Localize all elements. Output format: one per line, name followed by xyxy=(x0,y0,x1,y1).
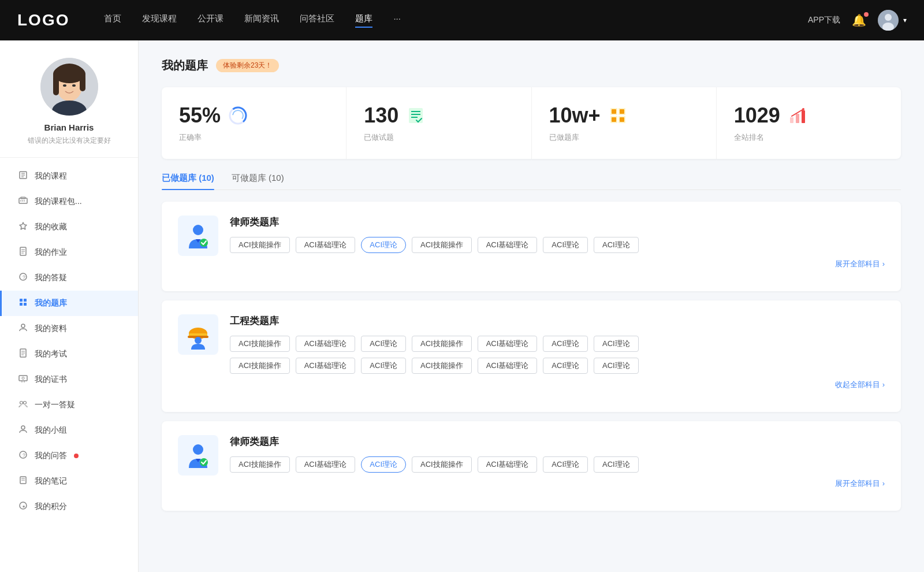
avatar-chevron: ▾ xyxy=(903,16,907,24)
sidebar-item-course-package[interactable]: 我的课程包... xyxy=(0,189,138,214)
sidebar-item-favorites[interactable]: 我的收藏 xyxy=(0,214,138,240)
tag-lawyer-2-6[interactable]: ACI理论 xyxy=(594,456,639,473)
profile-avatar xyxy=(40,58,98,116)
course-package-icon xyxy=(17,196,29,207)
tag-lawyer-2-0[interactable]: ACI技能操作 xyxy=(230,456,290,473)
svg-rect-65 xyxy=(620,117,624,122)
sidebar-item-my-qa[interactable]: ? 我的问答 xyxy=(0,443,138,469)
sidebar-item-my-courses[interactable]: 我的课程 xyxy=(0,164,138,189)
tag-eng-2-3[interactable]: ACI技能操作 xyxy=(412,358,472,374)
sidebar-item-certificate[interactable]: 我的证书 xyxy=(0,367,138,392)
app-download-button[interactable]: APP下载 xyxy=(808,15,840,25)
svg-rect-67 xyxy=(796,114,799,123)
nav-news[interactable]: 新闻资讯 xyxy=(244,13,279,28)
tag-lawyer-2-1[interactable]: ACI基础理论 xyxy=(296,456,356,473)
svg-rect-37 xyxy=(19,376,27,381)
tag-lawyer-1-0[interactable]: ACI技能操作 xyxy=(230,237,290,253)
sidebar-item-points[interactable]: ★ 我的积分 xyxy=(0,494,138,519)
sidebar-item-notes[interactable]: 我的笔记 xyxy=(0,469,138,494)
tag-eng-2-5[interactable]: ACI理论 xyxy=(543,358,588,374)
nav-courses[interactable]: 发现课程 xyxy=(142,13,177,28)
tag-eng-1-2[interactable]: ACI理论 xyxy=(361,336,406,352)
stat-done-questions-top: 130 xyxy=(364,103,513,128)
tag-eng-2-0[interactable]: ACI技能操作 xyxy=(230,358,290,374)
svg-rect-68 xyxy=(802,110,805,123)
tag-lawyer-1-6[interactable]: ACI理论 xyxy=(594,237,639,253)
my-courses-icon xyxy=(17,170,29,182)
expand-link-lawyer-2[interactable]: 展开全部科目 › xyxy=(230,478,885,489)
lawyer-icon-2-svg xyxy=(183,440,213,470)
tag-lawyer-1-2[interactable]: ACI理论 xyxy=(361,237,406,253)
tab-available-banks[interactable]: 可做题库 (10) xyxy=(232,173,284,190)
sidebar-item-one-on-one[interactable]: 一对一答疑 xyxy=(0,392,138,418)
profile-section: Brian Harris 错误的决定比没有决定要好 xyxy=(0,58,138,158)
svg-rect-29 xyxy=(24,299,27,302)
nav-qa[interactable]: 问答社区 xyxy=(300,13,334,28)
exam-icon xyxy=(17,348,29,360)
main-content: 我的题库 体验剩余23天！ 55% 正确率 xyxy=(139,40,924,572)
bank-card-engineer-header: 工程类题库 ACI技能操作 ACI基础理论 ACI理论 ACI技能操作 ACI基… xyxy=(178,314,885,390)
certificate-icon xyxy=(17,374,29,385)
tag-lawyer-2-4[interactable]: ACI基础理论 xyxy=(478,456,538,473)
sidebar: Brian Harris 错误的决定比没有决定要好 我的课程 我的课程包... xyxy=(0,40,139,572)
sidebar-item-homework[interactable]: 我的作业 xyxy=(0,240,138,265)
nav-bank[interactable]: 题库 xyxy=(355,13,372,28)
tag-lawyer-1-3[interactable]: ACI技能操作 xyxy=(412,237,472,253)
stat-rank-value: 1029 xyxy=(734,103,780,128)
bank-icon-engineer xyxy=(178,314,218,355)
notification-bell[interactable]: 🔔 xyxy=(852,13,866,27)
tag-eng-2-2[interactable]: ACI理论 xyxy=(361,358,406,374)
sidebar-item-profile[interactable]: 我的资料 xyxy=(0,316,138,341)
tag-eng-2-1[interactable]: ACI基础理论 xyxy=(296,358,356,374)
svg-rect-30 xyxy=(20,303,23,306)
svg-point-41 xyxy=(20,402,23,404)
tag-eng-1-0[interactable]: ACI技能操作 xyxy=(230,336,290,352)
svg-rect-64 xyxy=(612,117,616,122)
tag-lawyer-1-1[interactable]: ACI基础理论 xyxy=(296,237,356,253)
bank-card-lawyer-2-content: 律师类题库 ACI技能操作 ACI基础理论 ACI理论 ACI技能操作 ACI基… xyxy=(230,435,885,489)
user-avatar-button[interactable]: ▾ xyxy=(878,10,907,31)
profile-name: Brian Harris xyxy=(44,122,94,132)
stat-accuracy-label: 正确率 xyxy=(179,132,329,143)
bank-card-engineer-content: 工程类题库 ACI技能操作 ACI基础理论 ACI理论 ACI技能操作 ACI基… xyxy=(230,314,885,390)
nav-more[interactable]: ··· xyxy=(393,13,401,28)
lawyer-icon-svg xyxy=(183,221,213,251)
sidebar-label-group: 我的小组 xyxy=(35,425,67,436)
stat-accuracy: 55% 正确率 xyxy=(162,87,346,159)
tab-done-banks[interactable]: 已做题库 (10) xyxy=(162,173,214,190)
tag-eng-1-1[interactable]: ACI基础理论 xyxy=(296,336,356,352)
stat-done-banks-top: 10w+ xyxy=(549,103,699,128)
nav-home[interactable]: 首页 xyxy=(104,13,121,28)
sidebar-item-exam[interactable]: 我的考试 xyxy=(0,341,138,367)
nav-open-courses[interactable]: 公开课 xyxy=(198,13,223,28)
tag-lawyer-2-5[interactable]: ACI理论 xyxy=(543,456,588,473)
tag-eng-2-4[interactable]: ACI基础理论 xyxy=(478,358,538,374)
bank-tags-engineer-row1: ACI技能操作 ACI基础理论 ACI理论 ACI技能操作 ACI基础理论 AC… xyxy=(230,336,885,352)
bank-tags-engineer-row2: ACI技能操作 ACI基础理论 ACI理论 ACI技能操作 ACI基础理论 AC… xyxy=(230,358,885,374)
bank-card-lawyer-1: 律师类题库 ACI技能操作 ACI基础理论 ACI理论 ACI技能操作 ACI基… xyxy=(162,202,901,291)
tag-eng-1-4[interactable]: ACI基础理论 xyxy=(478,336,538,352)
expand-link-lawyer-1[interactable]: 展开全部科目 › xyxy=(230,259,885,269)
tag-eng-1-3[interactable]: ACI技能操作 xyxy=(412,336,472,352)
stat-done-questions-icon xyxy=(405,105,426,126)
bank-card-lawyer-2-header: 律师类题库 ACI技能操作 ACI基础理论 ACI理论 ACI技能操作 ACI基… xyxy=(178,435,885,489)
tag-eng-1-5[interactable]: ACI理论 xyxy=(543,336,588,352)
homework-icon xyxy=(17,247,29,258)
tag-eng-2-6[interactable]: ACI理论 xyxy=(594,358,639,374)
tag-lawyer-1-5[interactable]: ACI理论 xyxy=(543,237,588,253)
sidebar-label-exam: 我的考试 xyxy=(35,349,67,359)
sidebar-item-qa[interactable]: ? 我的答疑 xyxy=(0,265,138,291)
tag-lawyer-2-3[interactable]: ACI技能操作 xyxy=(412,456,472,473)
sidebar-label-homework: 我的作业 xyxy=(35,247,67,258)
sidebar-item-bank[interactable]: 我的题库 xyxy=(0,291,138,316)
expand-link-engineer[interactable]: 收起全部科目 › xyxy=(230,380,885,390)
svg-point-76 xyxy=(195,337,202,344)
svg-text:?: ? xyxy=(23,452,25,458)
svg-rect-31 xyxy=(24,303,27,306)
svg-point-69 xyxy=(802,108,804,110)
tag-lawyer-1-4[interactable]: ACI基础理论 xyxy=(478,237,538,253)
tag-eng-1-6[interactable]: ACI理论 xyxy=(594,336,639,352)
tag-lawyer-2-2[interactable]: ACI理论 xyxy=(361,456,406,473)
sidebar-item-group[interactable]: 我的小组 xyxy=(0,418,138,443)
svg-point-70 xyxy=(193,225,203,235)
